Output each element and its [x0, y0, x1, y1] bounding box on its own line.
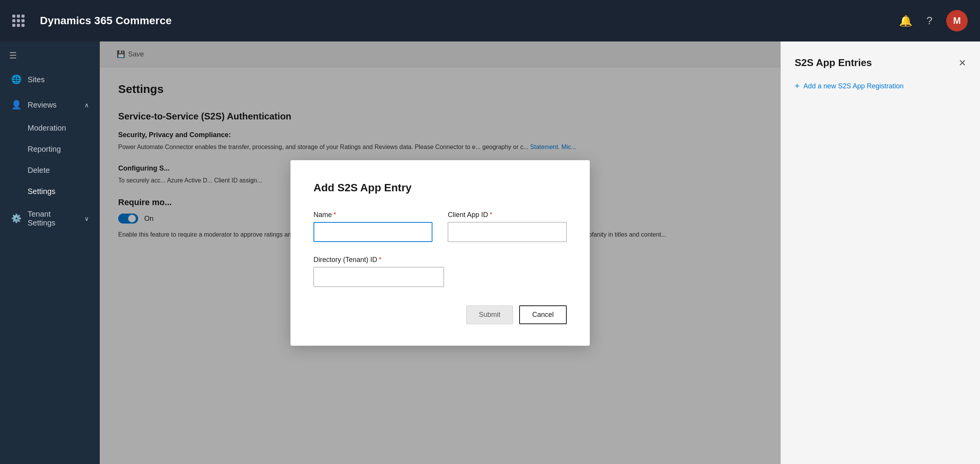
- top-nav-actions: 🔔 ? M: [899, 10, 968, 31]
- content-area: 💾 Save Settings Service-to-Service (S2S)…: [100, 41, 780, 464]
- directory-tenant-id-required: *: [379, 256, 381, 264]
- sidebar-label-delete: Delete: [28, 166, 50, 174]
- sidebar-item-reporting[interactable]: Reporting: [0, 139, 100, 160]
- add-s2s-registration-button[interactable]: + Add a new S2S App Registration: [795, 81, 966, 91]
- reviews-icon: 👤: [11, 100, 21, 110]
- add-s2s-dialog: Add S2S App Entry Name * Client App ID: [290, 160, 590, 346]
- help-icon[interactable]: ?: [926, 15, 932, 27]
- client-app-id-label: Client App ID *: [448, 211, 567, 219]
- right-panel: S2S App Entries ✕ + Add a new S2S App Re…: [780, 41, 980, 464]
- dialog-fields-row2: Directory (Tenant) ID *: [313, 256, 567, 287]
- sites-icon: 🌐: [11, 75, 21, 85]
- sidebar-item-reviews[interactable]: 👤 Reviews ∧: [0, 92, 100, 118]
- sidebar-label-reviews: Reviews: [28, 101, 57, 109]
- sidebar: ☰ 🌐 Sites 👤 Reviews ∧ Moderation Reporti…: [0, 41, 100, 464]
- add-registration-label: Add a new S2S App Registration: [803, 82, 904, 90]
- directory-tenant-id-input[interactable]: [313, 267, 444, 287]
- name-input[interactable]: [313, 222, 432, 242]
- directory-tenant-id-label: Directory (Tenant) ID *: [313, 256, 444, 264]
- sidebar-hamburger[interactable]: ☰: [0, 45, 100, 67]
- client-app-id-input[interactable]: [448, 222, 567, 242]
- right-panel-title: S2S App Entries: [795, 57, 872, 69]
- sidebar-label-reporting: Reporting: [28, 145, 61, 153]
- client-app-id-field-container: Client App ID *: [448, 211, 567, 242]
- right-panel-header: S2S App Entries ✕: [795, 57, 966, 69]
- sidebar-item-tenant-settings[interactable]: ⚙️ Tenant Settings ∨: [0, 202, 100, 235]
- dialog-actions: Submit Cancel: [313, 305, 567, 324]
- sidebar-item-sites[interactable]: 🌐 Sites: [0, 67, 100, 92]
- dialog-title: Add S2S App Entry: [313, 182, 567, 194]
- avatar[interactable]: M: [946, 10, 968, 31]
- name-field-container: Name *: [313, 211, 432, 242]
- cancel-button[interactable]: Cancel: [519, 305, 567, 324]
- sidebar-label-settings: Settings: [28, 187, 55, 196]
- app-title: Dynamics 365 Commerce: [40, 15, 899, 27]
- add-icon: +: [795, 81, 800, 91]
- tenant-settings-icon: ⚙️: [11, 214, 21, 224]
- client-app-id-required: *: [490, 211, 492, 219]
- sidebar-item-settings[interactable]: Settings: [0, 181, 100, 202]
- name-required: *: [333, 211, 336, 219]
- dialog-fields-row1: Name * Client App ID *: [313, 211, 567, 242]
- directory-tenant-id-field-container: Directory (Tenant) ID *: [313, 256, 444, 287]
- modal-overlay: Add S2S App Entry Name * Client App ID: [100, 41, 780, 464]
- name-label: Name *: [313, 211, 432, 219]
- notification-icon[interactable]: 🔔: [899, 15, 912, 27]
- reviews-expand-icon: ∧: [84, 101, 89, 109]
- sidebar-label-tenant-settings: Tenant Settings: [28, 210, 78, 227]
- sidebar-item-moderation[interactable]: Moderation: [0, 118, 100, 139]
- main-layout: ☰ 🌐 Sites 👤 Reviews ∧ Moderation Reporti…: [0, 41, 980, 464]
- tenant-settings-expand-icon: ∨: [84, 215, 89, 222]
- sidebar-label-moderation: Moderation: [28, 124, 66, 132]
- app-launcher[interactable]: [12, 15, 25, 27]
- top-nav: Dynamics 365 Commerce 🔔 ? M: [0, 0, 980, 41]
- submit-button[interactable]: Submit: [466, 305, 513, 324]
- right-panel-close-button[interactable]: ✕: [959, 58, 966, 68]
- sidebar-label-sites: Sites: [28, 75, 45, 84]
- sidebar-item-delete[interactable]: Delete: [0, 160, 100, 181]
